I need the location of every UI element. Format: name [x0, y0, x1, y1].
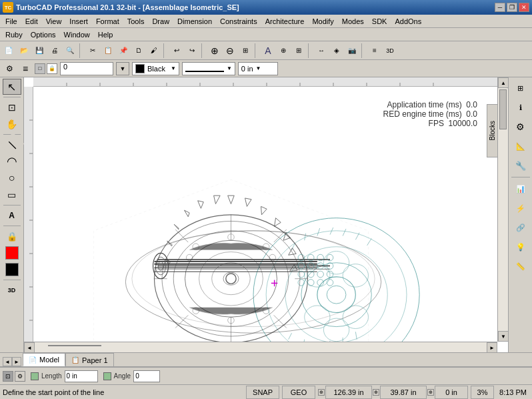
color-box-button[interactable] [5, 246, 19, 260]
angle-input[interactable] [133, 370, 160, 382]
length-input[interactable] [65, 370, 98, 382]
menu-help[interactable]: Help [94, 28, 117, 41]
scroll-down-button[interactable]: ▼ [498, 331, 508, 342]
layer-icon[interactable]: ≡ [19, 62, 32, 75]
right-prop8-button[interactable]: 📏 [511, 257, 530, 276]
restore-button[interactable]: ❐ [507, 3, 517, 12]
pan-button[interactable]: ✋ [3, 116, 21, 132]
copy-button[interactable]: 📋 [101, 43, 115, 58]
right-prop1-button[interactable]: ⚙ [511, 117, 530, 136]
minimize-button[interactable]: ─ [495, 3, 505, 12]
layer-button[interactable]: ≡ [367, 43, 382, 58]
render-button[interactable]: ◈ [329, 43, 344, 58]
lock-button[interactable]: 🔒 [3, 228, 21, 244]
black-box-button[interactable] [5, 263, 19, 276]
rectangle-tool-button[interactable]: ▭ [3, 187, 21, 203]
menu-addons[interactable]: AddOns [391, 15, 425, 27]
menu-modify[interactable]: Modify [308, 15, 337, 27]
cad-canvas[interactable]: Application time (ms) 0.0 RED engine tim… [33, 87, 497, 342]
length-group: Length [31, 370, 98, 382]
snap-status[interactable]: SNAP [246, 386, 279, 399]
right-prop3-button[interactable]: 🔧 [511, 156, 530, 175]
text-tool-button[interactable]: A [3, 208, 21, 224]
snap-button[interactable]: ⊕ [276, 43, 291, 58]
new-button[interactable]: 📄 [1, 43, 16, 58]
hscroll-thumb[interactable] [48, 345, 101, 346]
zoom-window-button[interactable]: ⊡ [3, 99, 21, 115]
print-button[interactable]: 🖨 [47, 43, 62, 58]
redo-button[interactable]: ↪ [185, 43, 199, 58]
menu-window[interactable]: Window [60, 28, 94, 41]
menu-view[interactable]: View [42, 15, 66, 27]
tab-paper1[interactable]: 📋 Paper 1 [65, 353, 114, 366]
scroll-left-button[interactable]: ◄ [24, 342, 35, 352]
status-message: Define the start point of the line [3, 388, 243, 396]
3d-tool-button[interactable]: 3D [3, 282, 21, 298]
grid-button[interactable]: ⊞ [291, 43, 306, 58]
text-style-button[interactable]: A [261, 43, 275, 58]
prop-brush-button[interactable]: 🖌 [147, 43, 161, 58]
left-toolbar-sep-3 [3, 205, 21, 206]
menu-draw[interactable]: Draw [148, 15, 173, 27]
horizontal-scrollbar[interactable]: ◄ ► [24, 342, 497, 352]
3d-button[interactable]: 3D [383, 43, 397, 58]
scroll-up-button[interactable]: ▲ [498, 77, 508, 88]
vertical-scrollbar[interactable]: ▲ ▼ [497, 77, 508, 342]
layer-input[interactable]: 0 [60, 62, 113, 75]
menu-options[interactable]: Options [27, 28, 60, 41]
undo-button[interactable]: ↩ [169, 43, 184, 58]
menu-modes[interactable]: Modes [338, 15, 368, 27]
right-prop2-button[interactable]: 📐 [511, 137, 530, 155]
tab-model-label: Model [39, 356, 59, 364]
inspector-button[interactable]: ℹ [511, 98, 530, 117]
tab-scroll-left[interactable]: ◄ [3, 357, 12, 366]
menu-ruby[interactable]: Ruby [1, 28, 27, 41]
menu-dimension[interactable]: Dimension [173, 15, 216, 27]
blocks-panel-tab[interactable]: Blocks [487, 104, 497, 157]
vscroll-thumb[interactable] [499, 89, 507, 129]
vscroll-track[interactable] [498, 88, 508, 331]
right-prop7-button[interactable]: 💡 [511, 238, 530, 256]
tab-scroll-right[interactable]: ► [12, 357, 21, 366]
close-button[interactable]: ✕ [519, 3, 529, 12]
dim-button[interactable]: ↔ [314, 43, 329, 58]
right-prop5-button[interactable]: ⚡ [511, 199, 530, 218]
canvas-wrapper[interactable]: Application time (ms) 0.0 RED engine tim… [24, 77, 508, 352]
svg-line-50 [175, 230, 188, 242]
menu-tools[interactable]: Tools [123, 15, 149, 27]
camera-button[interactable]: 📷 [345, 43, 359, 58]
paste-button[interactable]: 📌 [116, 43, 131, 58]
menu-insert[interactable]: Insert [65, 15, 92, 27]
select-tool-button[interactable]: ↖ [3, 79, 21, 95]
right-prop6-button[interactable]: 🔗 [511, 218, 530, 237]
menu-sdk[interactable]: SDK [368, 15, 391, 27]
menu-format[interactable]: Format [92, 15, 123, 27]
circle-tool-button[interactable]: ○ [3, 170, 21, 186]
layer-dropdown-arrow[interactable]: ▼ [116, 62, 129, 75]
tab-model[interactable]: 📄 Model [23, 353, 65, 366]
cut-button[interactable]: ✂ [85, 43, 100, 58]
tab-paper1-icon: 📋 [71, 356, 79, 364]
geo-status[interactable]: GEO [282, 386, 315, 399]
menu-architecture[interactable]: Architecture [261, 15, 309, 27]
zoom-in-button[interactable]: ⊕ [207, 43, 222, 58]
menu-constraints[interactable]: Constraints [216, 15, 261, 27]
color-dropdown[interactable]: Black ▼ [132, 62, 179, 75]
paste-special-button[interactable]: 🗋 [131, 43, 146, 58]
zoom-out-button[interactable]: ⊖ [223, 43, 237, 58]
save-button[interactable]: 💾 [32, 43, 47, 58]
linewidth-dropdown[interactable]: 0 in ▼ [238, 62, 278, 75]
block-manager-button[interactable]: ⊞ [511, 79, 530, 97]
linetype-dropdown[interactable]: ▼ [182, 62, 235, 75]
menu-edit[interactable]: Edit [21, 15, 42, 27]
settings-icon[interactable]: ⚙ [3, 62, 16, 75]
zoom-all-button[interactable]: ⊞ [238, 43, 253, 58]
preview-button[interactable]: 🔍 [63, 43, 77, 58]
scroll-right-button[interactable]: ► [487, 342, 497, 352]
window-controls: ─ ❐ ✕ [495, 3, 529, 12]
right-prop4-button[interactable]: 📊 [511, 179, 530, 198]
menu-file[interactable]: File [1, 15, 21, 27]
left-ruler [24, 87, 33, 342]
open-button[interactable]: 📂 [17, 43, 31, 58]
hscroll-track[interactable] [35, 342, 487, 352]
